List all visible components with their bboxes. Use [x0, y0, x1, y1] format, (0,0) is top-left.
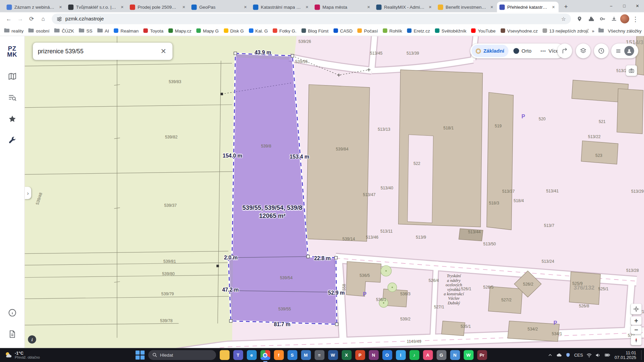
bookmark-item[interactable]: ČÚZK	[54, 28, 74, 33]
bookmark-item[interactable]: YouTube	[471, 28, 496, 33]
window-maximize-button[interactable]: □	[618, 0, 631, 12]
security-shield-icon[interactable]	[566, 353, 571, 358]
window-close-button[interactable]: ✕	[631, 0, 644, 12]
map-info-button[interactable]: i	[28, 335, 36, 343]
location-pin-icon[interactable]	[574, 14, 585, 24]
layers-button[interactable]	[576, 44, 591, 58]
sidebar-item-search-list[interactable]	[4, 89, 20, 106]
bookmark-item[interactable]: Vsevyhodne.cz	[500, 28, 538, 33]
sidebar-item-info[interactable]	[4, 305, 20, 321]
teams-icon[interactable]: T	[233, 350, 243, 360]
bookmark-item[interactable]: CASD	[333, 28, 353, 33]
search-input[interactable]	[38, 48, 156, 55]
bookmark-item[interactable]: reality	[4, 28, 23, 33]
browser-tab[interactable]: Prodej pole 250933 m², Mě×	[127, 2, 189, 12]
bookmark-item[interactable]: AI	[97, 28, 109, 33]
wifi-icon[interactable]	[587, 352, 592, 358]
taskbar-weather-widget[interactable]: -1°C Převáž. oblačno	[0, 348, 44, 362]
basemap-basic-button[interactable]: Základní	[472, 45, 508, 57]
bookmark-item[interactable]: Světoběžník	[435, 28, 467, 33]
download-icon[interactable]	[609, 14, 620, 24]
language-indicator[interactable]: CES	[574, 353, 583, 358]
bookmark-item[interactable]: Mapy.cz	[168, 28, 192, 33]
browser-tab[interactable]: Mapa města×	[312, 2, 374, 12]
bookmark-item[interactable]: Eretz.cz	[407, 28, 430, 33]
tab-close-icon[interactable]: ×	[551, 4, 556, 10]
password-key-icon[interactable]	[597, 14, 608, 24]
browser-tab[interactable]: Katastrální mapa | GeoPas×	[251, 2, 312, 12]
calculator-icon[interactable]: =	[314, 350, 324, 360]
mail-icon[interactable]: M	[301, 350, 311, 360]
onenote-icon[interactable]: N	[369, 350, 378, 360]
browser-tab[interactable]: Záznam z webináře CeMap×	[4, 2, 66, 12]
zoom-out-button[interactable]: −	[631, 325, 642, 334]
sidebar-item-favorites[interactable]	[4, 111, 20, 127]
firefox-icon[interactable]: f	[274, 350, 283, 360]
tab-close-icon[interactable]: ×	[181, 4, 186, 10]
notepad-icon[interactable]: N	[450, 350, 460, 360]
tab-close-icon[interactable]: ×	[428, 4, 433, 10]
bookmarks-overflow-chevron[interactable]: »	[592, 28, 594, 33]
extensions-puzzle-icon[interactable]	[586, 14, 596, 24]
tab-close-icon[interactable]: ×	[304, 4, 310, 10]
menu-kebab-icon[interactable]: ⋮	[630, 14, 641, 24]
volume-icon[interactable]	[596, 352, 601, 358]
panel-expand-button[interactable]: ›	[24, 187, 31, 199]
taskbar-clock[interactable]: 11:01 07.01.2025	[614, 350, 636, 360]
reload-button[interactable]: ⟳	[26, 13, 37, 24]
menu-account-pill[interactable]	[611, 44, 638, 58]
onedrive-cloud-icon[interactable]	[556, 352, 562, 358]
bookmark-item[interactable]: Disk G	[224, 28, 244, 33]
photos-icon[interactable]: I	[396, 350, 406, 360]
bookmark-item[interactable]: Počasí	[358, 28, 378, 33]
zoom-in-button[interactable]: +	[631, 316, 642, 325]
bookmark-star-icon[interactable]: ☆	[561, 16, 566, 22]
profile-avatar[interactable]	[620, 14, 629, 23]
address-bar[interactable]: pzmk.cz/nastroje ☆	[52, 13, 571, 24]
word-icon[interactable]: W	[328, 350, 338, 360]
compass-button[interactable]	[631, 335, 642, 345]
spotify-icon[interactable]: ♪	[409, 350, 419, 360]
paint-icon[interactable]: A	[423, 350, 433, 360]
tune-icon[interactable]	[57, 16, 62, 21]
map-search-box[interactable]: ✕	[33, 43, 172, 60]
settings-icon[interactable]: G	[436, 350, 446, 360]
outlook-icon[interactable]: O	[382, 350, 392, 360]
bookmark-item[interactable]: 13 nejlepších zdrojů	[543, 28, 589, 33]
bookmark-item[interactable]: Rohlík	[383, 28, 402, 33]
sidebar-item-map[interactable]	[4, 68, 20, 84]
tab-close-icon[interactable]: ×	[366, 4, 371, 10]
browser-tab[interactable]: Tvůjmakléř s.r.o. | Systém R×	[66, 2, 127, 12]
taskbar-search[interactable]: Hledat	[148, 350, 216, 360]
sidebar-item-documents[interactable]	[4, 326, 20, 342]
store-icon[interactable]: S	[287, 350, 297, 360]
locate-button[interactable]	[631, 304, 642, 314]
bookmark-item[interactable]: Kal. G	[249, 28, 268, 33]
edge-icon[interactable]: e	[247, 350, 256, 360]
bookmark-item[interactable]: osobní	[29, 28, 49, 33]
tab-close-icon[interactable]: ×	[58, 4, 63, 10]
back-button[interactable]: ←	[3, 13, 14, 24]
sidebar-item-tools[interactable]	[4, 132, 20, 148]
bookmark-item[interactable]: SS	[79, 28, 93, 33]
browser-tab[interactable]: Benefit investment, a.s. (Iva×	[435, 2, 497, 12]
bookmark-item[interactable]: Realman	[114, 28, 139, 33]
battery-icon[interactable]	[605, 353, 611, 358]
browser-tab[interactable]: Přehledné katastrální map×	[497, 2, 559, 12]
file-explorer-icon[interactable]	[219, 350, 229, 360]
clear-search-icon[interactable]: ✕	[159, 47, 167, 56]
bookmark-item[interactable]: Fotky G.	[273, 28, 296, 33]
premiere-icon[interactable]: Pr	[477, 350, 487, 360]
new-tab-button[interactable]: +	[561, 1, 571, 11]
cadastral-map-canvas[interactable]	[24, 36, 644, 348]
screenshot-button[interactable]	[626, 65, 637, 76]
forward-button[interactable]: →	[15, 13, 25, 24]
show-desktop-button[interactable]	[641, 350, 642, 360]
bookmark-item[interactable]: Toyota	[144, 28, 163, 33]
bookmark-item[interactable]: Mapy G	[196, 28, 219, 33]
bookmark-item[interactable]: Blog Fürst	[301, 28, 328, 33]
browser-tab[interactable]: GeoPas×	[189, 2, 251, 12]
browser-tab[interactable]: RealityMIX - Administrační×	[374, 2, 435, 12]
chrome-icon[interactable]	[260, 350, 270, 360]
powerpoint-icon[interactable]: P	[355, 350, 365, 360]
